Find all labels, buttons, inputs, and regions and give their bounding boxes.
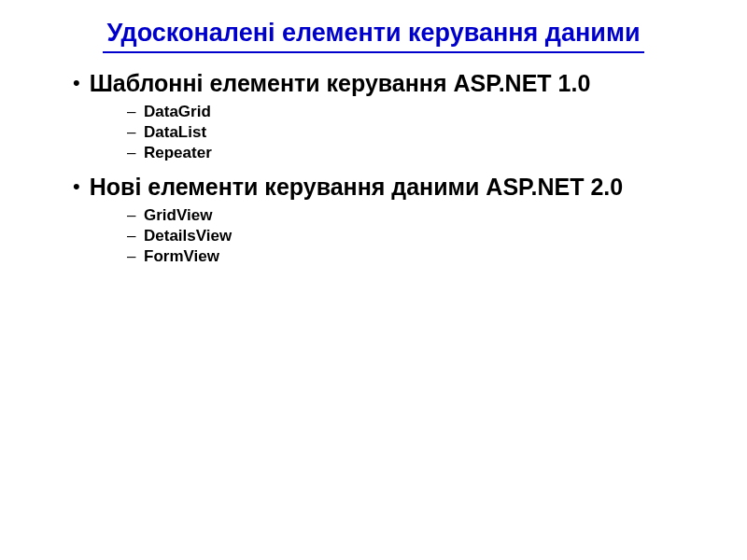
section-heading: Нові елементи керування даними ASP.NET 2… [90,174,623,201]
list-item: – DetailsView [127,227,691,245]
section-heading-row: • Шаблонні елементи керування ASP.NET 1.… [73,70,691,97]
subitem-label: DetailsView [144,227,232,245]
list-item: – GridView [127,206,691,225]
subitems-list: – GridView – DetailsView – FormView [73,206,691,266]
section-heading: Шаблонні елементи керування ASP.NET 1.0 [90,70,591,97]
subitem-label: GridView [144,206,212,225]
dash-icon: – [127,247,136,266]
bullet-icon: • [73,176,80,197]
subitem-label: DataList [144,123,206,142]
bullet-icon: • [73,73,80,93]
subitem-label: DataGrid [144,103,211,121]
list-item: – FormView [127,247,691,266]
dash-icon: – [127,227,136,245]
section-2: • Нові елементи керування даними ASP.NET… [56,174,691,266]
dash-icon: – [127,123,136,142]
subitems-list: – DataGrid – DataList – Repeater [73,103,691,162]
list-item: – DataGrid [127,103,691,121]
dash-icon: – [127,206,136,225]
dash-icon: – [127,144,136,162]
title-underline [103,51,644,53]
subitem-label: FormView [144,247,219,266]
dash-icon: – [127,103,136,121]
subitem-label: Repeater [144,144,212,162]
slide-title: Удосконалені елементи керування даними [106,19,640,48]
list-item: – DataList [127,123,691,142]
section-heading-row: • Нові елементи керування даними ASP.NET… [73,174,691,201]
list-item: – Repeater [127,144,691,162]
section-1: • Шаблонні елементи керування ASP.NET 1.… [56,70,691,162]
title-row: Удосконалені елементи керування даними [56,19,691,48]
slide: Удосконалені елементи керування даними •… [0,0,747,560]
